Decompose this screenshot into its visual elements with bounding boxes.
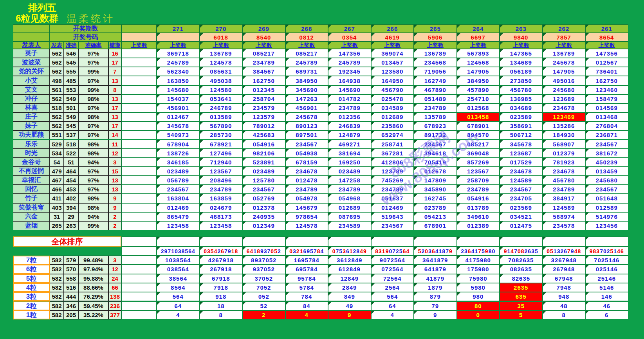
pick-cell: 162750 [585,76,628,85]
summary-value-cell: 9072564 [371,256,414,265]
publisher-name: 六金 [13,212,50,221]
stat-published: 529 [50,140,64,149]
pick-cell: 245678 [543,58,586,67]
pick-cell: 123469 [543,112,586,121]
empty-pick-cell [121,212,157,221]
order-cell: 9147082635 [500,247,543,256]
stat-wrong: 13 [108,76,121,85]
summary-value-cell: 564 [157,292,200,301]
stat-rate: 35.22% [78,310,108,319]
pick-cell: 514976 [585,212,628,221]
order-digit: 0 [175,248,178,254]
pick-cell: 124578 [200,58,243,67]
pick-cell: 051648 [585,194,628,203]
pick-cell: 163859 [200,194,243,203]
order-digit: 2 [525,248,528,254]
summary-value-cell: 980 [457,292,500,301]
pick-cell: 053641 [200,94,243,103]
order-digit: 8 [356,248,360,254]
stat-accurate: 29 [64,212,78,221]
pick-cell: 345678 [500,140,543,149]
pick-cell: 012689 [328,203,371,212]
pick-cell: 158479 [585,94,628,103]
pick-cell: 234789 [285,185,328,194]
order-digit: 9 [164,248,168,254]
pick-cell: 025478 [371,94,414,103]
stat-accurate: 444 [64,292,78,301]
pick-cell: 781923 [543,158,586,167]
pick-cell: 051489 [414,94,457,103]
pick-cell: 034589 [371,103,414,112]
summary-value-cell: 4 [371,310,414,319]
summary-label: 5粒 [13,274,50,283]
pick-cell: 134689 [500,58,543,67]
order-digit: 4 [360,248,363,254]
empty-cell [121,283,157,292]
pick-cell: 012678 [414,167,457,176]
pick-cell: 162745 [414,194,457,203]
pick-cell: 712940 [200,158,243,167]
pick-cell: 136789 [200,49,243,58]
order-digit: 6 [221,248,224,254]
pick-cell: 023569 [500,203,543,212]
pick-cell: 145679 [285,203,328,212]
pick-cell: 123687 [500,149,543,158]
order-cell: 8319072564 [371,247,414,256]
pick-cell: 234568 [414,58,457,67]
stat-published: 551 [50,130,64,139]
stat-accurate: 485 [64,76,78,85]
order-digit: 6 [528,248,531,254]
pick-cell: 147258 [328,176,371,185]
award-header: 上奖数 [157,41,200,49]
pick-cell: 136789 [543,49,586,58]
period-cell: 263 [500,24,543,33]
period-cell: 271 [157,24,200,33]
stat-accurate: 464 [64,167,78,176]
publisher-name: 功夫肥熊 [13,130,50,139]
pick-cell: 384917 [543,194,586,203]
pick-cell: 568974 [543,212,586,221]
pick-cell: 245789 [157,58,200,67]
order-digit: 1 [253,248,257,254]
summary-value-cell: 5980 [457,283,500,292]
stat-rate: 98% [78,112,108,121]
summary-value-cell: 918 [200,292,243,301]
pick-cell: 678923 [414,121,457,130]
order-digit: 8 [375,248,379,254]
order-digit: 1 [439,248,442,254]
order-digit: 7 [478,248,482,254]
order-digit: 3 [207,248,211,254]
pick-cell: 469271 [328,140,371,149]
pick-cell: 236871 [585,130,628,139]
pick-cell: 085217 [457,140,500,149]
winning-number-cell: 6018 [200,33,243,41]
empty-cell [121,265,157,274]
pick-cell: 456790 [371,85,414,94]
order-digit: 3 [264,248,267,254]
pick-cell: 136985 [500,94,543,103]
summary-value-cell: 38564 [157,274,200,283]
pick-cell: 567890 [200,121,243,130]
summary-value-cell: 8937052 [242,256,285,265]
order-digit: 1 [231,248,235,254]
period-cell: 262 [543,24,586,33]
summary-label: 2粒 [13,301,50,310]
pick-cell: 123579 [242,112,285,121]
pick-cell: 349610 [457,212,500,221]
summary-value-cell: 879 [414,292,457,301]
stat-wrong: 7 [108,67,121,76]
stat-accurate: 537 [64,130,78,139]
pick-cell: 506712 [500,130,543,139]
summary-value-cell: 12849 [328,274,371,283]
stat-wrong: 138 [108,292,121,301]
empty-cell [328,236,371,247]
order-digit: 2 [217,248,221,254]
empty-pick-cell [121,85,157,94]
pick-cell: 234678 [285,167,328,176]
pick-cell: 540973 [157,130,200,139]
pick-cell: 012478 [285,176,328,185]
period-cell: 268 [285,24,328,33]
pick-cell: 147905 [543,67,586,76]
pick-cell: 154037 [157,94,200,103]
pick-cell: 234589 [328,221,371,230]
